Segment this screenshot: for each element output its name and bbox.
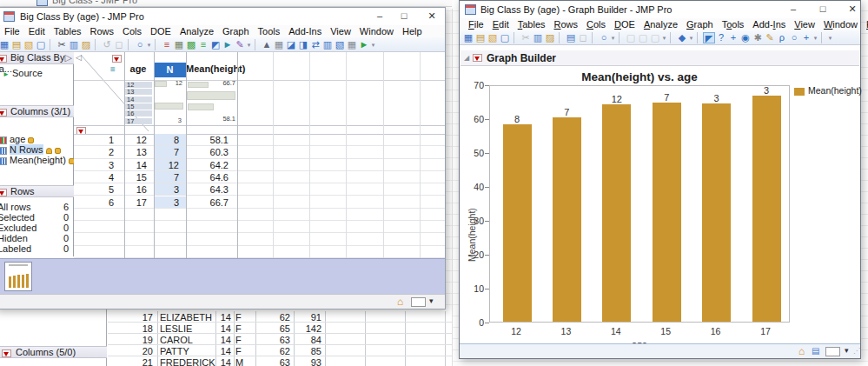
red-triangle-icon[interactable] — [2, 349, 11, 357]
table-row[interactable]: 516364.3 — [74, 183, 445, 196]
status-dropdown-icon[interactable]: ▾ — [429, 296, 434, 305]
annotate-icon-disabled[interactable]: ▢ — [637, 32, 649, 43]
menu-tables[interactable]: Tables — [50, 25, 86, 37]
menu-file[interactable]: File — [0, 25, 24, 37]
age-cell[interactable]: 17 — [124, 197, 150, 208]
layout-icon-disabled[interactable]: ▢ — [625, 32, 637, 43]
run-script-icon[interactable]: ► — [358, 39, 370, 50]
subset-icon[interactable]: ▩ — [185, 39, 197, 50]
paste-icon[interactable]: ▨ — [80, 39, 92, 50]
menu-tools[interactable]: Tools — [254, 25, 285, 37]
rows-panel-header[interactable]: Rows — [0, 185, 74, 197]
search-icon[interactable]: ○ — [598, 32, 610, 43]
toolbar-overflow-icon[interactable]: ▾ — [146, 39, 152, 50]
menu-analyze[interactable]: Analyze — [639, 18, 682, 30]
red-triangle-icon[interactable] — [0, 109, 7, 116]
column-item-nrows[interactable]: N Rows — [0, 144, 61, 155]
chart-bar-age-15[interactable] — [653, 103, 681, 322]
join-icon[interactable]: ▧ — [334, 39, 346, 50]
row-state-icon[interactable]: ▲ — [261, 39, 273, 50]
globe-tool-icon[interactable]: ◉ — [739, 32, 752, 43]
open-icon[interactable]: ▧ — [487, 32, 499, 43]
menu-edit[interactable]: Edit — [24, 25, 50, 37]
nrows-cell[interactable]: 3 — [155, 184, 182, 195]
nrows-cell[interactable]: 7 — [155, 172, 182, 183]
rows-red-triangle-icon[interactable] — [112, 55, 122, 63]
minimize-button[interactable]: – — [783, 3, 804, 17]
nrows-cell[interactable]: 3 — [155, 197, 182, 208]
cut-icon-disabled[interactable]: ✂ — [520, 32, 532, 43]
row-number-cell[interactable]: 5 — [74, 184, 119, 195]
age-cell[interactable]: 15 — [124, 172, 150, 183]
menu-help[interactable]: Help — [398, 25, 427, 37]
row-number-cell[interactable]: 2 — [74, 147, 119, 157]
menu-addins[interactable]: Add-Ins — [284, 25, 326, 37]
mean-height-cell[interactable]: 64.6 — [186, 172, 232, 183]
columns-icon[interactable]: ▥ — [321, 39, 334, 50]
age-cell[interactable]: 14 — [124, 160, 150, 170]
col-header-nrows-selected[interactable]: N Rows — [154, 63, 186, 77]
collapse-triangle-icon[interactable]: ◢ — [464, 54, 469, 62]
maximize-button[interactable]: □ — [394, 10, 414, 23]
graph-builder-red-triangle-icon[interactable] — [473, 54, 482, 62]
table-row[interactable]: 213760.3 — [74, 146, 445, 158]
nrows-cell[interactable]: 12 — [155, 160, 182, 170]
chart-bar-age-12[interactable] — [503, 124, 532, 322]
menu-doe[interactable]: DOE — [146, 25, 176, 37]
menu-graph[interactable]: Graph — [682, 18, 718, 30]
save-icon[interactable]: ▢ — [499, 32, 511, 43]
copy-icon[interactable]: ▥ — [68, 39, 80, 50]
row-number-cell[interactable]: 6 — [74, 197, 119, 208]
status-box[interactable] — [411, 297, 426, 307]
mean-height-cell[interactable]: 64.3 — [186, 184, 232, 195]
background-table-row[interactable]: 17ELIZABETH14F6291 — [108, 311, 452, 323]
script-icon[interactable]: ▤ — [565, 32, 577, 43]
new-journal-icon[interactable]: ▤ — [10, 39, 23, 50]
chart-bar-age-14[interactable] — [602, 104, 631, 322]
menu-view[interactable]: View — [326, 25, 355, 37]
search-icon[interactable]: ○ — [134, 39, 146, 50]
toolbar-overflow-icon[interactable]: ▾ — [827, 32, 833, 43]
menu-graph[interactable]: Graph — [218, 25, 254, 37]
menu-doe[interactable]: DOE — [610, 18, 639, 30]
y-axis-title[interactable]: Mean(height) — [467, 208, 477, 262]
menu-analyze[interactable]: Analyze — [176, 25, 218, 37]
left-window-titlebar[interactable]: Big Class By (age) - JMP Pro – □ ✕ — [0, 8, 445, 25]
new-window-icon[interactable]: ▦ — [462, 32, 474, 43]
maximize-button[interactable]: □ — [812, 3, 833, 17]
table-row[interactable]: 3141264.2 — [74, 159, 445, 171]
columns-panel-header[interactable]: Columns (3/1) — [0, 105, 74, 117]
lock-icon-disabled[interactable]: ◻ — [113, 39, 125, 50]
undo-icon-disabled[interactable]: ↺ — [101, 39, 113, 50]
source-script-item[interactable]: ► Source — [3, 68, 43, 80]
table-row[interactable] — [74, 233, 445, 245]
table-row[interactable] — [74, 246, 445, 258]
switch-columns-icon[interactable]: ⇄ — [309, 39, 321, 50]
missing-table-icon[interactable]: ▦ — [346, 39, 358, 50]
column-item-meanheight[interactable]: Mean(height) — [0, 155, 75, 165]
toolbar-overflow-icon[interactable]: ▾ — [812, 32, 818, 43]
data-diamond-icon[interactable]: ◆ — [676, 32, 688, 43]
close-button[interactable]: ✕ — [421, 10, 442, 23]
chart-icon[interactable]: ◩ — [209, 39, 222, 50]
help-tool-icon[interactable]: ? — [715, 32, 727, 43]
background-table-row[interactable]: 20PATTY14F6285 — [108, 345, 452, 356]
menu-rows[interactable]: Rows — [550, 18, 583, 30]
data-grid-icon[interactable]: ▦ — [273, 39, 285, 50]
window-list-icon[interactable]: ▤ — [812, 346, 819, 356]
resize-grip[interactable]: ⋰ — [853, 347, 860, 355]
status-box[interactable] — [825, 347, 840, 356]
menu-cols[interactable]: Cols — [582, 18, 610, 30]
table-row[interactable]: 112858.1 — [74, 134, 445, 146]
minimize-button[interactable]: – — [369, 10, 390, 23]
copy-icon[interactable]: ▥ — [532, 32, 544, 43]
mean-height-cell[interactable]: 66.7 — [186, 197, 232, 208]
toolbar-overflow-icon[interactable]: ▾ — [688, 32, 694, 43]
menu-tables[interactable]: Tables — [514, 18, 550, 30]
menu-view[interactable]: View — [790, 18, 819, 30]
menu-cols[interactable]: Cols — [118, 25, 146, 37]
column-item-age[interactable]: age — [0, 134, 34, 144]
age-cell[interactable]: 12 — [124, 135, 150, 145]
menu-help[interactable]: Help — [862, 18, 868, 30]
status-dropdown-icon[interactable]: ▾ — [845, 346, 849, 355]
